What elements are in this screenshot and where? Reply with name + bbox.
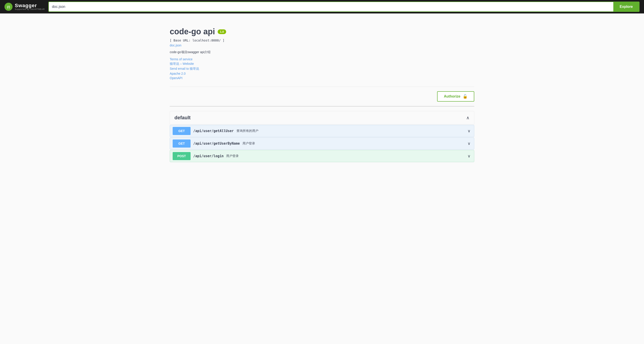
endpoint-row-getallusers[interactable]: GET /api/user/getAllUser 查询所有的用户 ∨ [170,125,474,137]
endpoint-row-login[interactable]: POST /api/user/login 用户登录 ∨ [170,150,474,162]
default-section: default ∧ GET /api/user/getAllUser 查询所有的… [170,111,474,162]
api-info-section: code-go api 1.0 [ Base URL: localhost:80… [170,23,474,87]
apache-link[interactable]: Apache 2.0 [170,72,474,75]
api-title-row: code-go api 1.0 [170,27,474,36]
section-title: default [174,115,190,121]
terms-link[interactable]: Terms of service [170,57,474,61]
info-links: Terms of service 猫哥说 – Website Send emai… [170,57,474,80]
endpoint-chevron-getallusers: ∨ [468,128,470,133]
endpoint-path-login: /api/user/login [193,154,224,158]
svg-text:{/}: {/} [7,5,10,9]
endpoint-chevron-login: ∨ [468,154,470,158]
search-bar: Explore [48,2,640,12]
version-badge: 1.0 [218,29,226,34]
swagger-label: Swagger [15,3,45,8]
authorize-label: Authorize [444,94,460,98]
section-collapse-icon: ∧ [466,115,470,120]
header: {/} Swagger Supported by SMARTBEAR Explo… [0,0,644,14]
base-url: [ Base URL: localhost:8080/ ] [170,39,474,42]
email-link[interactable]: Send email to 猫哥说 [170,67,474,71]
method-badge-get1: GET [173,127,190,135]
endpoint-summary-getuserbyname: 用户登录 [242,141,255,145]
endpoint-chevron-getuserbyname: ∨ [468,141,470,146]
method-badge-post1: POST [173,152,190,160]
endpoint-path-getuserbyname: /api/user/getUserByName [193,141,240,145]
endpoint-path-getallusers: /api/user/getAllUser [193,129,234,133]
endpoint-row-getuserbyname[interactable]: GET /api/user/getUserByName 用户登录 ∨ [170,137,474,149]
api-title: code-go api [170,27,215,36]
method-badge-get2: GET [173,139,190,147]
authorize-section: Authorize 🔓 [170,87,474,106]
search-input[interactable] [49,3,613,11]
swagger-logo-icon: {/} [4,3,12,11]
main-content: code-go api 1.0 [ Base URL: localhost:80… [165,14,479,171]
openapi-link[interactable]: OpenAPI [170,76,474,80]
section-header[interactable]: default ∧ [170,111,474,124]
endpoint-summary-login: 用户登录 [226,154,239,158]
logo-text-group: Swagger Supported by SMARTBEAR [15,3,45,11]
smartbear-label: Supported by SMARTBEAR [15,8,45,11]
lock-icon: 🔓 [462,94,468,99]
authorize-button[interactable]: Authorize 🔓 [437,91,474,102]
endpoint-summary-getallusers: 查询所有的用户 [236,129,258,133]
logo-area: {/} Swagger Supported by SMARTBEAR [4,3,45,11]
doc-json-link[interactable]: doc.json [170,44,474,47]
website-link[interactable]: 猫哥说 – Website [170,62,474,66]
api-description: code-go项目swagger api介绍 [170,50,474,54]
explore-button[interactable]: Explore [613,2,639,12]
